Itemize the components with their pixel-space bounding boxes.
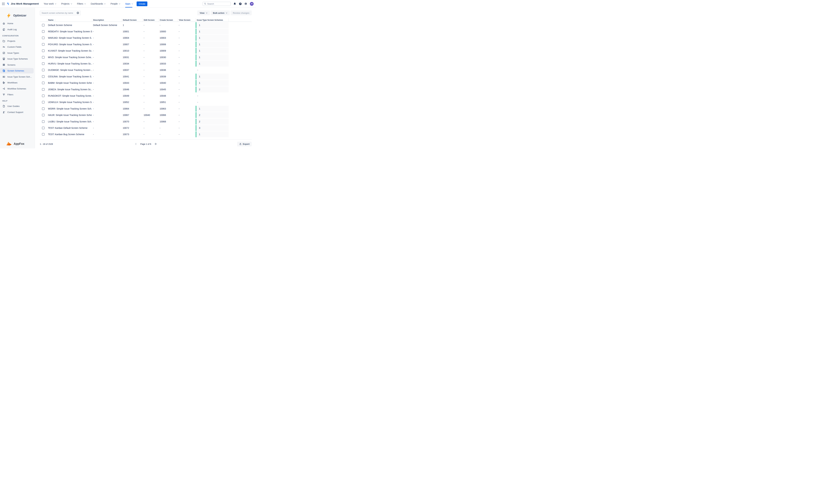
cell-default-screen: 10041 [122,75,143,78]
bulk-action-dropdown-button[interactable]: Bulk action [211,10,230,15]
cell-edit-screen: 10040 [143,114,159,116]
notifications-icon[interactable] [233,2,236,5]
app-switcher-icon[interactable] [2,2,5,5]
row-checkbox[interactable] [42,56,45,59]
top-nav-item-your-work[interactable]: Your work [44,0,57,8]
row-checkbox[interactable] [42,133,45,136]
table-row[interactable]: HAUR: Simple Issue Tracking Screen Sche.… [40,112,252,118]
user-guides-icon [2,105,5,108]
top-nav-item-apps[interactable]: Apps [125,0,133,8]
view-dropdown-button[interactable]: View [197,10,210,15]
cell-view-screen: - [178,43,196,46]
row-checkbox[interactable] [42,30,45,33]
sidebar-item-issue-types[interactable]: Issue Types [0,50,34,56]
sidebar-item-home[interactable]: Home [0,21,34,26]
row-checkbox[interactable] [42,101,45,103]
cell-issue-type-screen-schemes: 2 [196,86,229,93]
row-checkbox[interactable] [42,95,45,97]
row-checkbox-cell [40,88,47,91]
cell-description: - [92,43,122,46]
cell-name: UDWULH: Simple Issue Tracking Screen S..… [47,101,92,103]
review-changes-button[interactable]: Review changes [231,10,252,15]
table-row[interactable]: JOIBZA: Simple Issue Tracking Screen Sc.… [40,86,252,93]
row-checkbox[interactable] [42,120,45,123]
sidebar-item-contact-support[interactable]: Contact Support [0,110,34,115]
column-header-name[interactable]: Name [47,18,92,22]
top-nav-item-projects[interactable]: Projects [61,0,72,8]
previous-page-arrow-icon[interactable] [135,143,137,145]
jira-logo[interactable]: Jira Work Management [7,2,39,5]
sidebar-item-audit-log[interactable]: Audit Log [0,27,34,32]
row-checkbox[interactable] [42,24,45,26]
row-checkbox[interactable] [42,82,45,84]
sidebar-item-screens[interactable]: Screens [0,62,34,68]
screen-schemes-table: NameDescriptionDefault ScreenEdit Screen… [40,18,252,138]
table-row[interactable]: UDWULH: Simple Issue Tracking Screen S..… [40,99,252,105]
table-row[interactable]: KUVAST: Simple Issue Tracking Screen Sc.… [40,48,252,54]
cell-edit-screen: - [143,107,159,110]
row-checkbox[interactable] [42,127,45,129]
sidebar-item-workflows[interactable]: Workflows [0,80,34,85]
create-button[interactable]: Create [137,1,148,6]
row-checkbox[interactable] [42,43,45,46]
sidebar-item-screen-schemes[interactable]: Screen Schemes [0,68,34,73]
help-icon[interactable]: ? [239,2,242,5]
global-search-input[interactable]: Search [203,2,231,6]
table-row[interactable]: TEST: Kanban Default Screen Scheme-10072… [40,125,252,131]
column-header-edit-screen: Edit Screen [143,18,159,22]
table-row[interactable]: POVURO: Simple Issue Tracking Screen S..… [40,41,252,47]
row-checkbox[interactable] [42,75,45,78]
table-row[interactable]: DUOMIGE: Simple Issue Tracking Screen ..… [40,67,252,73]
top-nav-item-filters[interactable]: Filters [77,0,86,8]
row-checkbox[interactable] [42,49,45,52]
appfox-brand-label: AppFox [14,142,24,146]
cell-description: - [92,56,122,59]
sidebar-item-user-guides[interactable]: User Guides [0,103,34,109]
row-checkbox[interactable] [42,62,45,65]
row-checkbox[interactable] [42,107,45,110]
cell-default-screen: 1 [122,24,143,26]
sidebar-item-label: Projects [7,40,15,42]
table-row[interactable]: MIVD: Simple Issue Tracking Screen Sche.… [40,54,252,60]
sidebar-item-custom-fields[interactable]: AaCustom Fields [0,44,34,50]
sidebar-item-filters[interactable]: Filters [0,92,34,97]
table-row[interactable]: CESIJNA: Simple Issue Tracking Screen S.… [40,73,252,80]
cell-description: - [92,69,122,71]
user-avatar[interactable]: JR [250,2,254,6]
table-row[interactable]: RUNGOKOT: Simple Issue Tracking Scree...… [40,93,252,99]
row-checkbox[interactable] [42,114,45,116]
settings-gear-icon[interactable] [244,2,247,5]
next-page-arrow-icon[interactable] [154,143,157,145]
table-row[interactable]: REBDATV: Simple Issue Tracking Screen S.… [40,28,252,35]
table-row[interactable]: HURVU: Simple Issue Tracking Screen Sc..… [40,60,252,67]
table-row[interactable]: WARJAD: Simple Issue Tracking Screen S..… [40,35,252,41]
table-row[interactable]: BABM: Simple Issue Tracking Screen Sche.… [40,80,252,86]
sidebar-item-issue-type-schemes[interactable]: Issue Type Schemes [0,56,34,62]
export-button[interactable]: Export [237,142,252,146]
cell-issue-type-screen-schemes: 1 [196,35,229,41]
cell-issue-type-screen-schemes: 2 [196,112,229,118]
row-checkbox[interactable] [42,69,45,71]
sidebar-item-workflow-schemes[interactable]: Workflow Schemes [0,86,34,91]
issue-type-screen-schemes-value: 1 [196,35,229,41]
sidebar-section-title: CONFIGURATION [2,35,35,37]
scheme-search-input[interactable]: Search screen schemes by name ✕ [40,11,81,15]
clear-search-icon[interactable]: ✕ [77,12,79,14]
top-nav-item-dashboards[interactable]: Dashboards [91,0,106,8]
row-checkbox[interactable] [42,37,45,39]
cell-default-screen: 10072 [122,127,143,129]
issue-type-screen-schemes-value: 1 [196,29,229,34]
table-row[interactable]: Default Screen SchemeDefault Screen Sche… [40,22,252,28]
table-row[interactable]: WORR: Simple Issue Tracking Screen Sch..… [40,105,252,112]
cell-issue-type-screen-schemes: - [196,99,229,105]
table-row[interactable]: LAJBU: Simple Issue Tracking Screen Sch.… [40,118,252,125]
table-row[interactable]: TEST: Kanban Bug Screen Scheme-10073---1 [40,131,252,138]
sidebar-item-label: Workflows [7,81,17,84]
row-checkbox[interactable] [42,88,45,91]
top-nav-item-people[interactable]: People [110,0,121,8]
main-content: Search screen schemes by name ✕ View Bul… [35,8,256,148]
cell-edit-screen: - [143,127,159,129]
sidebar-item-projects[interactable]: Projects [0,38,34,44]
cell-default-screen: 10004 [122,37,143,39]
sidebar-item-issue-type-screen-sch[interactable]: Issue Type Screen Sch... [0,74,34,79]
